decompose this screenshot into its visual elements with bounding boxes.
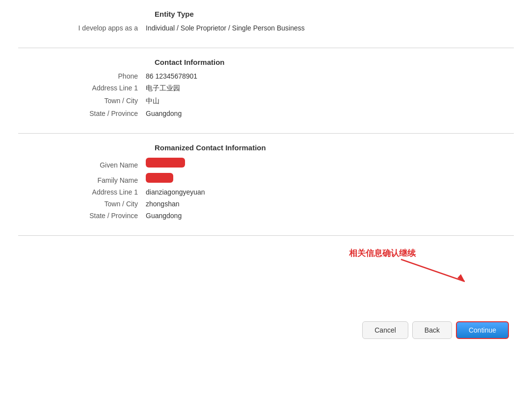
entity-type-title: Entity Type <box>155 10 514 18</box>
phone-value: 86 12345678901 <box>146 72 197 80</box>
romanized-city-row: Town / City zhongshan <box>18 200 514 208</box>
address-line1-row: Address Line 1 电子工业园 <box>18 84 514 93</box>
address-line1-label: Address Line 1 <box>18 84 146 92</box>
family-name-value <box>146 173 173 184</box>
city-row: Town / City 中山 <box>18 97 514 106</box>
state-value: Guangdong <box>146 110 182 117</box>
family-name-redacted <box>146 173 173 183</box>
romanized-address-value: dianziagongyeyuan <box>146 188 205 196</box>
entity-type-row: I develop apps as a Individual / Sole Pr… <box>18 24 514 32</box>
state-label: State / Province <box>18 110 146 117</box>
romanized-section: Romanized Contact Information Given Name… <box>18 134 514 236</box>
back-button[interactable]: Back <box>412 321 452 339</box>
svg-line-0 <box>401 259 465 281</box>
phone-row: Phone 86 12345678901 <box>18 72 514 80</box>
given-name-label: Given Name <box>18 161 146 169</box>
address-line1-value: 电子工业园 <box>146 84 180 93</box>
contact-title: Contact Information <box>155 58 514 66</box>
romanized-address-row: Address Line 1 dianziagongyeyuan <box>18 188 514 196</box>
entity-type-label: I develop apps as a <box>18 24 146 32</box>
continue-button[interactable]: Continue <box>456 321 509 339</box>
romanized-state-row: State / Province Guangdong <box>18 212 514 220</box>
family-name-row: Family Name <box>18 173 514 184</box>
cancel-button[interactable]: Cancel <box>362 321 408 339</box>
given-name-redacted <box>146 158 185 168</box>
city-value: 中山 <box>146 97 160 106</box>
romanized-city-value: zhongshan <box>146 200 180 208</box>
state-row: State / Province Guangdong <box>18 110 514 117</box>
given-name-row: Given Name <box>18 158 514 169</box>
romanized-state-value: Guangdong <box>146 212 182 220</box>
family-name-label: Family Name <box>18 176 146 184</box>
footer-area: 相关信息确认继续 Cancel Back Continue <box>18 236 514 359</box>
phone-label: Phone <box>18 72 146 80</box>
entity-type-value: Individual / Sole Proprietor / Single Pe… <box>146 24 305 32</box>
given-name-value <box>146 158 185 169</box>
romanized-address-label: Address Line 1 <box>18 188 146 196</box>
romanized-state-label: State / Province <box>18 212 146 220</box>
entity-type-section: Entity Type I develop apps as a Individu… <box>18 0 514 48</box>
city-label: Town / City <box>18 97 146 105</box>
romanized-city-label: Town / City <box>18 200 146 208</box>
romanized-title: Romanized Contact Information <box>155 143 514 152</box>
button-row: Cancel Back Continue <box>18 321 514 339</box>
contact-section: Contact Information Phone 86 12345678901… <box>18 48 514 134</box>
annotation-arrow <box>396 254 475 289</box>
